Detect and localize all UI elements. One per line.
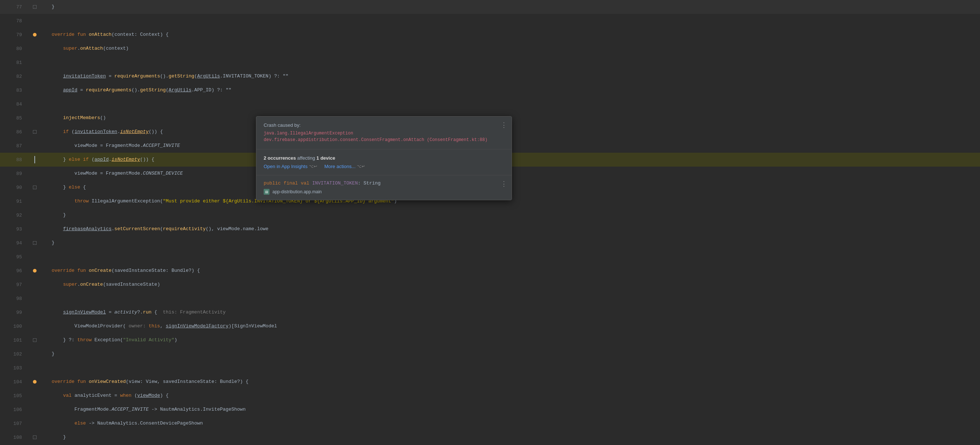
device-count: 1 device <box>316 155 335 161</box>
code-line-99: 99 signInViewModel = activity?.run { thi… <box>0 306 980 319</box>
code-line-105: 105 val analyticEvent = when (viewMode) … <box>0 389 980 402</box>
line-number-80: 80 <box>0 46 29 52</box>
error-line-1: java.lang.IllegalArgumentException <box>264 130 504 137</box>
gutter-90[interactable]: – <box>29 185 40 189</box>
module-icon: ▤ <box>264 189 269 195</box>
line-content-108: } <box>40 431 973 444</box>
line-number-87: 87 <box>0 143 29 149</box>
crash-info-section: ⋮ Crash caused by: java.lang.IllegalArgu… <box>256 117 512 149</box>
line-number-93: 93 <box>0 226 29 232</box>
line-content-101: } ?: throw Exception("Invalid Activity") <box>40 333 973 347</box>
line-number-103: 103 <box>0 365 29 371</box>
crash-title: Crash caused by: <box>264 122 504 128</box>
gutter-77[interactable]: – <box>29 5 40 9</box>
line-content-100: ViewModelProvider( owner: this, signInVi… <box>40 319 973 333</box>
occurrences-count: 2 occurrences <box>264 155 296 161</box>
line-content-105: val analyticEvent = when (viewMode) { <box>40 389 973 402</box>
code-line-108: 108– } <box>0 431 980 444</box>
fold-icon[interactable]: – <box>33 130 37 134</box>
line-content-99: signInViewModel = activity?.run { this: … <box>40 306 973 319</box>
line-number-77: 77 <box>0 5 29 10</box>
line-number-94: 94 <box>0 241 29 246</box>
fold-icon[interactable]: – <box>33 338 37 342</box>
code-line-79: 79 override fun onAttach(context: Contex… <box>0 28 980 42</box>
caret-indicator <box>34 156 35 163</box>
line-content-102: } <box>40 347 973 361</box>
fold-icon[interactable]: – <box>33 435 37 439</box>
line-number-91: 91 <box>0 199 29 204</box>
editor-container: 77– }7879 override fun onAttach(context:… <box>0 0 980 445</box>
line-number-86: 86 <box>0 129 29 135</box>
code-line-81: 81 <box>0 55 980 70</box>
code-line-93: 93 firebaseAnalytics.setCurrentScreen(re… <box>0 222 980 236</box>
gutter-108[interactable]: – <box>29 435 40 439</box>
line-number-100: 100 <box>0 324 29 329</box>
line-number-79: 79 <box>0 32 29 38</box>
breakpoint-dot[interactable] <box>33 380 37 383</box>
gutter-104 <box>29 380 40 383</box>
code-line-95: 95 <box>0 250 980 264</box>
code-preview-line: public final val INVITATION_TOKEN: Strin… <box>264 181 504 186</box>
line-content-79: override fun onAttach(context: Context) … <box>40 28 973 42</box>
code-line-80: 80 super.onAttach(context) <box>0 42 980 55</box>
line-content-82: invitationToken = requireArguments().get… <box>40 70 973 83</box>
popup-more-button-1[interactable]: ⋮ <box>501 121 507 129</box>
code-line-103: 103 <box>0 361 980 375</box>
line-number-104: 104 <box>0 379 29 385</box>
line-number-107: 107 <box>0 421 29 426</box>
line-content-83: appId = requireArguments().getString(Arg… <box>40 83 973 97</box>
code-line-84: 84 <box>0 97 980 111</box>
module-name: app-distribution.app.main <box>272 189 322 194</box>
more-actions-label: More actions... <box>325 164 355 169</box>
code-line-92: 92 } <box>0 208 980 222</box>
line-number-98: 98 <box>0 296 29 301</box>
breakpoint-dot[interactable] <box>33 269 37 272</box>
fold-icon[interactable]: – <box>33 241 37 245</box>
code-line-78: 78 <box>0 14 980 28</box>
line-number-84: 84 <box>0 101 29 107</box>
open-in-app-insights-link[interactable]: Open in App Insights ⌥↩ <box>264 164 317 169</box>
line-number-106: 106 <box>0 407 29 412</box>
breakpoint-dot[interactable] <box>33 33 37 36</box>
code-line-106: 106 FragmentMode.ACCEPT_INVITE -> NautmA… <box>0 402 980 416</box>
line-number-108: 108 <box>0 435 29 440</box>
code-preview-section: ⋮ public final val INVITATION_TOKEN: Str… <box>256 175 512 200</box>
line-content-107: else -> NautmAnalytics.ConsentDevicePage… <box>40 416 973 431</box>
line-number-85: 85 <box>0 116 29 121</box>
more-actions-shortcut: ⌥↵ <box>357 164 365 169</box>
code-area: 77– }7879 override fun onAttach(context:… <box>0 0 980 445</box>
line-number-78: 78 <box>0 18 29 24</box>
gutter-101[interactable]: – <box>29 338 40 342</box>
code-line-102: 102 } <box>0 347 980 361</box>
line-number-105: 105 <box>0 393 29 399</box>
popup-more-button-2[interactable]: ⋮ <box>501 180 507 188</box>
line-number-95: 95 <box>0 254 29 260</box>
line-number-92: 92 <box>0 213 29 218</box>
crash-stats: 2 occurrences affecting 1 device <box>264 155 504 161</box>
code-line-104: 104 override fun onViewCreated(view: Vie… <box>0 375 980 389</box>
module-info: ▤ app-distribution.app.main <box>264 189 504 195</box>
line-number-82: 82 <box>0 74 29 79</box>
fold-icon[interactable]: – <box>33 5 37 9</box>
line-content-77: } <box>40 0 973 14</box>
gutter-94[interactable]: – <box>29 241 40 245</box>
line-content-80: super.onAttach(context) <box>40 42 973 55</box>
gutter-79 <box>29 33 40 36</box>
code-line-83: 83 appId = requireArguments().getString(… <box>0 83 980 97</box>
open-insights-shortcut: ⌥↩ <box>309 164 317 169</box>
line-number-97: 97 <box>0 282 29 288</box>
code-line-107: 107 else -> NautmAnalytics.ConsentDevice… <box>0 416 980 431</box>
gutter-88 <box>29 156 40 163</box>
fold-icon[interactable]: – <box>33 185 37 189</box>
line-number-88: 88 <box>0 157 29 163</box>
line-content-106: FragmentMode.ACCEPT_INVITE -> NautmAnaly… <box>40 402 973 416</box>
code-line-96: 96 override fun onCreate(savedInstanceSt… <box>0 264 980 278</box>
code-line-94: 94– } <box>0 236 980 250</box>
code-line-100: 100 ViewModelProvider( owner: this, sign… <box>0 319 980 333</box>
open-insights-label: Open in App Insights <box>264 164 307 169</box>
code-line-77: 77– } <box>0 0 980 14</box>
line-content-96: override fun onCreate(savedInstanceState… <box>40 264 973 278</box>
line-number-81: 81 <box>0 60 29 65</box>
gutter-86[interactable]: – <box>29 130 40 134</box>
more-actions-link[interactable]: More actions... ⌥↵ <box>325 164 365 169</box>
